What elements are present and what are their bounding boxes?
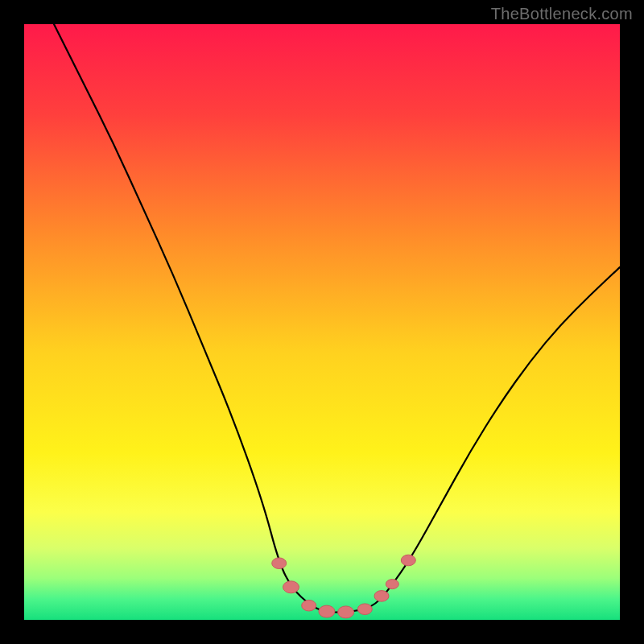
curve-marker [401, 555, 415, 566]
curve-marker [272, 558, 287, 569]
curve-marker [357, 604, 372, 615]
bottleneck-curve [54, 24, 620, 613]
curve-marker [386, 580, 398, 589]
curve-layer [24, 24, 620, 620]
curve-marker [302, 600, 316, 611]
plot-area [24, 24, 620, 620]
chart-frame: TheBottleneck.com [0, 0, 644, 644]
curve-marker [338, 606, 354, 618]
curve-marker [374, 591, 389, 602]
curve-marker [319, 605, 335, 617]
curve-marker [283, 581, 299, 593]
watermark-label: TheBottleneck.com [491, 5, 633, 23]
markers-group [272, 555, 416, 618]
